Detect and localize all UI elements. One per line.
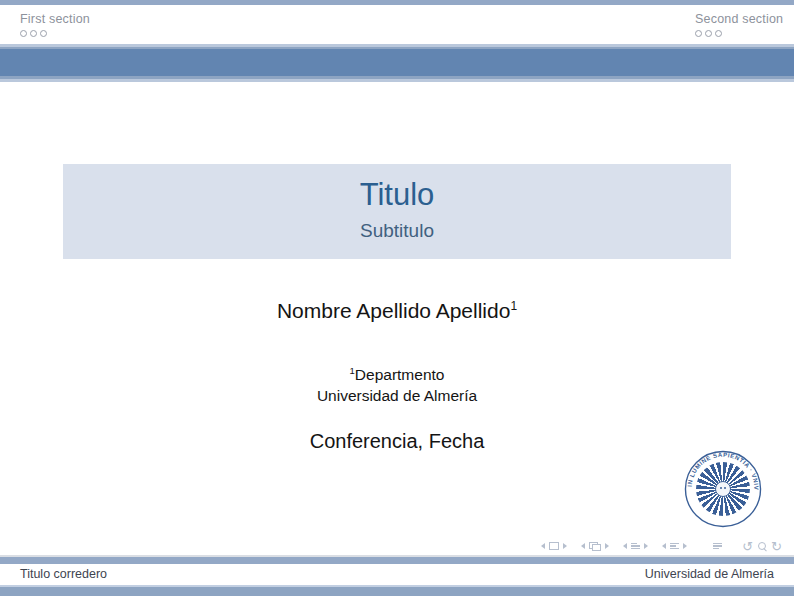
section-nav-first[interactable]: First section: [20, 12, 90, 37]
headline-bar: [0, 44, 794, 82]
section-label-first[interactable]: First section: [20, 12, 90, 26]
history-navigation: ↺ ↻: [742, 540, 782, 553]
subsection-next-icon[interactable]: [644, 543, 648, 549]
miniframe-dot[interactable]: [20, 30, 27, 37]
slide-subtitle: Subtitulo: [63, 220, 731, 242]
frame-overlay-icon[interactable]: [589, 542, 601, 551]
forward-icon[interactable]: ↻: [771, 540, 782, 553]
title-block: Titulo Subtitulo: [63, 164, 731, 259]
footer-institution: Universidad de Almería: [645, 564, 774, 585]
author-name: Nombre Apellido Apellido1: [0, 299, 794, 323]
subsection-prev-icon[interactable]: [623, 543, 627, 549]
headline-stripe: [0, 79, 794, 82]
institute-block: 1Departmento Universidad de Almería: [0, 360, 794, 406]
slide-frame-icon[interactable]: [549, 542, 559, 550]
frame-prev-icon[interactable]: [581, 543, 585, 549]
beamer-slide: First section Second section Titulo Subt…: [0, 0, 794, 596]
subsection-list-icon[interactable]: [631, 543, 640, 550]
subsection-navigation: [623, 543, 648, 550]
institute-department: Departmento: [355, 366, 445, 383]
footer-short-title: Titulo corredero: [20, 564, 107, 585]
footer-accent-strip: [0, 557, 794, 564]
section-navigation: [662, 543, 687, 550]
author-name-text: Nombre Apellido Apellido: [277, 299, 510, 322]
section-list-icon[interactable]: [670, 543, 679, 550]
institute-university: Universidad de Almería: [0, 385, 794, 406]
slide-next-icon[interactable]: [563, 543, 567, 549]
find-icon[interactable]: [758, 542, 766, 550]
slide-title: Titulo: [63, 177, 731, 213]
appendix-doc-icon[interactable]: [713, 543, 722, 550]
miniframe-dot[interactable]: [715, 30, 722, 37]
footer-bottom-bar: [0, 587, 794, 596]
miniframe-dots-first: [20, 30, 90, 37]
section-header: First section Second section: [0, 5, 794, 44]
beamer-navigation-bar: ↺ ↻: [527, 539, 782, 553]
section-prev-icon[interactable]: [662, 543, 666, 549]
back-icon[interactable]: ↺: [742, 540, 753, 553]
conference-date: Conferencia, Fecha: [0, 430, 794, 453]
slide-prev-icon[interactable]: [541, 543, 545, 549]
miniframe-dot[interactable]: [40, 30, 47, 37]
miniframe-dot[interactable]: [705, 30, 712, 37]
seal-sun-face: [715, 481, 731, 497]
university-seal-logo: IN LUMINE SAPIENTIA · VNIVERSITAS ALMERI…: [684, 450, 762, 528]
author-footnote-mark: 1: [510, 299, 517, 313]
miniframe-dot[interactable]: [30, 30, 37, 37]
section-next-icon[interactable]: [683, 543, 687, 549]
frame-navigation: [581, 542, 609, 551]
frame-next-icon[interactable]: [605, 543, 609, 549]
section-label-second[interactable]: Second section: [695, 12, 783, 26]
miniframe-dots-second: [695, 30, 783, 37]
headline-stripe-main: [0, 49, 794, 76]
section-nav-second[interactable]: Second section: [695, 12, 783, 37]
institute-department-line: 1Departmento: [0, 360, 794, 385]
footer-bar: Titulo corredero Universidad de Almería: [0, 564, 794, 585]
appendix-navigation: [713, 543, 722, 550]
miniframe-dot[interactable]: [695, 30, 702, 37]
slide-navigation: [541, 542, 567, 550]
